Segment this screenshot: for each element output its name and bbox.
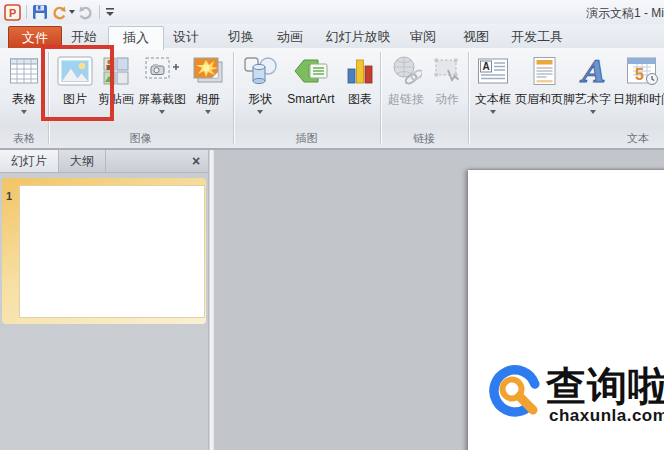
chevron-down-icon xyxy=(590,110,596,114)
textbox-icon: A xyxy=(477,51,509,91)
wordart-icon: A xyxy=(577,51,609,91)
group-label-links: 链接 xyxy=(380,131,468,146)
photo-album-icon xyxy=(192,51,224,91)
slide-thumbnail[interactable] xyxy=(19,185,205,318)
undo-dropdown-chevron-icon[interactable] xyxy=(69,3,76,21)
ribbon-button-header-footer[interactable]: 页眉和页脚 xyxy=(516,51,574,137)
ribbon-button-smartart[interactable]: SmartArt xyxy=(282,51,340,137)
ribbon-button-hyperlink: 超链接 xyxy=(384,51,428,137)
title-bar: P 演示文稿1 - Mic xyxy=(0,0,664,24)
powerpoint-app-icon[interactable]: P xyxy=(4,3,21,21)
toolbar-divider xyxy=(26,5,27,19)
ribbon-button-label: 艺术字 xyxy=(575,92,611,106)
ribbon-button-label: 屏幕截图 xyxy=(138,92,186,106)
slides-panel-tab-bar: 幻灯片 大纲 × xyxy=(0,150,208,173)
close-icon[interactable]: × xyxy=(184,150,208,172)
tab-view[interactable]: 视图 xyxy=(454,26,498,48)
ribbon-button-action: 动作 xyxy=(428,51,466,137)
watermark: 查询啦 chaxunla.com xyxy=(488,364,664,426)
screenshot-icon xyxy=(144,51,180,91)
group-label-illustrations: 插图 xyxy=(233,131,380,146)
chevron-down-icon xyxy=(159,110,165,114)
chevron-down-icon xyxy=(490,110,496,114)
chevron-down-icon xyxy=(21,110,27,114)
slide-number: 1 xyxy=(6,190,12,202)
redo-icon[interactable] xyxy=(79,3,94,21)
ribbon-button-date-time[interactable]: 5 日期和时间 xyxy=(614,51,664,137)
group-label-text: 文本 xyxy=(468,131,664,146)
ribbon-button-wordart[interactable]: A 艺术字 xyxy=(572,51,614,137)
slide-thumbnail-selection-glow xyxy=(2,178,206,324)
ribbon-button-label: 超链接 xyxy=(388,92,424,106)
ribbon-button-shapes[interactable]: 形状 xyxy=(238,51,282,137)
ribbon-button-table[interactable]: 表格 xyxy=(2,51,46,137)
ribbon-button-label: 文本框 xyxy=(475,92,511,106)
customize-quick-access-toolbar-icon[interactable] xyxy=(105,3,115,21)
tab-developer[interactable]: 开发工具 xyxy=(506,26,568,48)
ribbon-button-label: 日期和时间 xyxy=(613,92,664,106)
editing-canvas: 查询啦 chaxunla.com xyxy=(214,150,664,450)
smartart-icon xyxy=(292,51,330,91)
ribbon-button-label: 页眉和页脚 xyxy=(515,92,575,106)
tab-slideshow[interactable]: 幻灯片放映 xyxy=(318,26,398,48)
chart-icon xyxy=(346,51,374,91)
ribbon-button-label: 动作 xyxy=(435,92,459,106)
save-icon[interactable] xyxy=(32,3,48,21)
ribbon-button-photo-album[interactable]: 相册 xyxy=(189,51,227,137)
tab-insert[interactable]: 插入 xyxy=(108,26,164,50)
tab-animations[interactable]: 动画 xyxy=(268,26,312,48)
watermark-domain-text: chaxunla.com xyxy=(549,406,664,426)
toolbar-divider xyxy=(99,5,100,19)
svg-text:5: 5 xyxy=(635,66,644,83)
panel-tab-outline[interactable]: 大纲 xyxy=(59,150,106,172)
ribbon-button-label: 图表 xyxy=(348,92,372,106)
svg-text:P: P xyxy=(9,7,16,19)
quick-access-toolbar: P xyxy=(4,3,115,21)
panel-tab-slides[interactable]: 幻灯片 xyxy=(0,150,59,172)
ribbon-button-screenshot[interactable]: 屏幕截图 xyxy=(135,51,189,137)
hyperlink-icon xyxy=(390,51,422,91)
table-icon xyxy=(9,51,39,91)
highlight-rectangle xyxy=(41,45,114,121)
slides-panel: 幻灯片 大纲 × 1 xyxy=(0,150,208,450)
chaxunla-logo-icon xyxy=(488,364,544,426)
ribbon-button-chart[interactable]: 图表 xyxy=(340,51,380,137)
undo-icon[interactable] xyxy=(51,3,66,21)
date-time-icon: 5 xyxy=(626,51,660,91)
tab-review[interactable]: 审阅 xyxy=(401,26,445,48)
action-icon xyxy=(432,51,462,91)
ribbon-button-textbox[interactable]: A 文本框 xyxy=(470,51,516,137)
group-label-images: 图像 xyxy=(48,131,233,146)
svg-text:A: A xyxy=(579,55,605,87)
shapes-icon xyxy=(243,51,277,91)
tab-transitions[interactable]: 切换 xyxy=(219,26,263,48)
group-label-table: 表格 xyxy=(0,131,48,146)
ribbon-button-label: 形状 xyxy=(248,92,272,106)
ribbon-button-label: 相册 xyxy=(196,92,220,106)
ribbon-button-label: 表格 xyxy=(12,92,36,106)
chevron-down-icon xyxy=(205,110,211,114)
chevron-down-icon xyxy=(257,110,263,114)
svg-text:A: A xyxy=(483,61,490,72)
ribbon-button-label: SmartArt xyxy=(287,92,334,106)
watermark-brand-text: 查询啦 xyxy=(546,364,664,408)
header-footer-icon xyxy=(532,51,558,91)
powerpoint-window: P 演示文稿1 - Mic 文件 开始 插入 设计 xyxy=(0,0,664,450)
tab-design[interactable]: 设计 xyxy=(164,26,208,48)
slide-canvas[interactable]: 查询啦 chaxunla.com xyxy=(468,170,664,450)
window-title: 演示文稿1 - Mic xyxy=(586,5,664,22)
